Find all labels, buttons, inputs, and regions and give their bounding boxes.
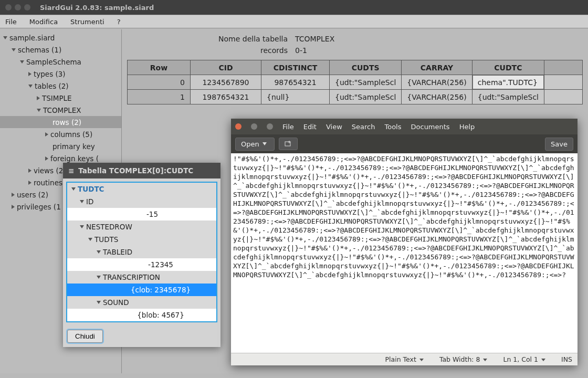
- info-records-label: records: [127, 46, 295, 55]
- close-icon[interactable]: [235, 123, 242, 130]
- menu-tools[interactable]: Strumenti: [70, 18, 104, 26]
- tree-rows[interactable]: rows (2): [0, 116, 121, 128]
- menu-edit[interactable]: Modifica: [29, 18, 58, 26]
- gedit-menu-edit[interactable]: Edit: [303, 123, 317, 131]
- status-position[interactable]: Ln 1, Col 1: [503, 355, 545, 363]
- siard-titlebar[interactable]: SiardGui 2.0.83: sample.siard: [0, 0, 588, 15]
- tree-root[interactable]: sample.siard: [0, 32, 121, 44]
- gedit-menu-documents[interactable]: Documents: [411, 123, 450, 131]
- close-icon[interactable]: [5, 4, 12, 10]
- row-nestedrow[interactable]: NESTEDROW: [67, 220, 216, 233]
- tree-tables[interactable]: tables (2): [0, 80, 121, 92]
- chevron-down-icon[interactable]: [71, 187, 76, 191]
- col-cdistinct[interactable]: CDISTINCT: [261, 60, 330, 75]
- chevron-right-icon[interactable]: [45, 156, 48, 161]
- status-insert[interactable]: INS: [561, 355, 572, 363]
- popup-title-text: Tabella TCOMPLEX[0]:CUDTC: [78, 166, 193, 175]
- tree-schemas[interactable]: schemas (1): [0, 44, 121, 56]
- chevron-down-icon[interactable]: [37, 109, 41, 112]
- cell-cid[interactable]: 1987654321: [191, 90, 261, 104]
- chevron-right-icon[interactable]: [12, 205, 15, 209]
- open-button[interactable]: Open: [235, 138, 275, 151]
- tree-tcomplex[interactable]: TCOMPLEX: [0, 104, 121, 116]
- gedit-menu-view[interactable]: View: [326, 123, 342, 131]
- chevron-right-icon[interactable]: [28, 181, 32, 185]
- menu-file[interactable]: File: [5, 18, 17, 26]
- chevron-down-icon[interactable]: [20, 60, 24, 64]
- col-cudts[interactable]: CUDTS: [330, 60, 402, 75]
- row-sound[interactable]: SOUND: [67, 296, 216, 309]
- chevron-down-icon[interactable]: [97, 250, 101, 254]
- col-row[interactable]: Row: [128, 60, 191, 75]
- row-transcription-value[interactable]: {clob: 2345678}: [67, 284, 216, 296]
- row-id-value[interactable]: -15: [67, 208, 216, 220]
- window-title: SiardGui 2.0.83: sample.siard: [40, 4, 154, 12]
- chevron-down-icon[interactable]: [97, 276, 101, 279]
- cell-cudtc-selected[interactable]: chema".TUDTC}: [472, 75, 544, 90]
- row-tableid[interactable]: TABLEID: [67, 246, 216, 258]
- popup-footer: Chiudi: [63, 326, 220, 347]
- save-button[interactable]: Save: [545, 138, 573, 151]
- gedit-menu-file[interactable]: File: [282, 123, 294, 131]
- tree-types[interactable]: types (3): [0, 68, 121, 80]
- col-spacer: [544, 60, 583, 75]
- menu-help[interactable]: ?: [117, 18, 121, 26]
- chevron-right-icon[interactable]: [12, 193, 15, 197]
- cell-cdistinct[interactable]: {null}: [261, 90, 330, 104]
- status-tabwidth[interactable]: Tab Width: 8: [439, 355, 488, 363]
- row-id[interactable]: ID: [67, 195, 216, 208]
- cell-row[interactable]: 1: [128, 90, 191, 104]
- table-header-row: Row CID CDISTINCT CUDTS CARRAY CUDTC: [128, 60, 583, 75]
- new-tab-button[interactable]: [279, 138, 298, 150]
- col-carray[interactable]: CARRAY: [402, 60, 472, 75]
- close-button[interactable]: Chiudi: [67, 330, 103, 343]
- gedit-menu-tools[interactable]: Tools: [384, 123, 401, 131]
- col-cid[interactable]: CID: [191, 60, 261, 75]
- chevron-down-icon[interactable]: [80, 225, 84, 228]
- minimize-icon[interactable]: [15, 4, 21, 10]
- row-transcription[interactable]: TRANSCRIPTION: [67, 271, 216, 284]
- gedit-menu-search[interactable]: Search: [352, 123, 375, 131]
- chevron-right-icon[interactable]: [37, 96, 40, 100]
- cell-cudtc[interactable]: {udt:"SampleScl: [472, 90, 544, 104]
- chevron-down-icon[interactable]: [12, 48, 16, 51]
- chevron-right-icon[interactable]: [28, 72, 32, 76]
- table-row[interactable]: 0 1234567890 987654321 {udt:"SampleScl {…: [128, 75, 583, 90]
- cell-carray[interactable]: {VARCHAR(256): [402, 75, 472, 90]
- info-name-value: TCOMPLEX: [295, 35, 583, 43]
- chevron-right-icon[interactable]: [28, 169, 32, 173]
- status-language[interactable]: Plain Text: [385, 355, 424, 363]
- tree-schema[interactable]: SampleSchema: [0, 56, 121, 68]
- cell-cdistinct[interactable]: 987654321: [261, 75, 330, 90]
- data-table[interactable]: Row CID CDISTINCT CUDTS CARRAY CUDTC 0 1…: [127, 60, 583, 104]
- minimize-icon[interactable]: [251, 123, 257, 130]
- col-cudtc[interactable]: CUDTC: [472, 60, 544, 75]
- maximize-icon[interactable]: [267, 123, 273, 130]
- chevron-down-icon[interactable]: [80, 200, 84, 203]
- chevron-down-icon[interactable]: [97, 301, 101, 304]
- table-row[interactable]: 1 1987654321 {null} {udt:"SampleScl {VAR…: [128, 90, 583, 104]
- chevron-right-icon[interactable]: [45, 132, 48, 136]
- row-tudtc[interactable]: TUDTC: [67, 183, 216, 195]
- popup-titlebar[interactable]: ≡ Tabella TCOMPLEX[0]:CUDTC: [63, 163, 220, 178]
- row-sound-value[interactable]: {blob: 4567}: [67, 309, 216, 321]
- chevron-down-icon[interactable]: [28, 85, 33, 88]
- row-tudts[interactable]: TUDTS: [67, 233, 216, 246]
- tree-columns[interactable]: columns (5): [0, 128, 121, 140]
- cell-cudts[interactable]: {udt:"SampleScl: [330, 75, 402, 90]
- gedit-menu-help[interactable]: Help: [459, 123, 475, 131]
- cell-cid[interactable]: 1234567890: [191, 75, 261, 90]
- gedit-statusbar: Plain Text Tab Width: 8 Ln 1, Col 1 INS: [231, 353, 578, 365]
- tree-tsimple[interactable]: TSIMPLE: [0, 92, 121, 104]
- cell-cudts[interactable]: {udt:"SampleScl: [330, 90, 402, 104]
- cell-carray[interactable]: {VARCHAR(256): [402, 90, 472, 104]
- gedit-titlebar[interactable]: File Edit View Search Tools Documents He…: [231, 119, 578, 134]
- tree-pk[interactable]: primary key: [0, 140, 121, 152]
- cell-row[interactable]: 0: [128, 75, 191, 90]
- maximize-icon[interactable]: [24, 4, 30, 10]
- chevron-down-icon[interactable]: [3, 36, 7, 39]
- siard-menubar: File Modifica Strumenti ?: [0, 15, 588, 28]
- chevron-down-icon[interactable]: [88, 238, 92, 241]
- text-editor[interactable]: !"#$%&'()*+,-./0123456789:;<=>?@ABCDEFGH…: [231, 153, 578, 353]
- row-tableid-value[interactable]: -12345: [67, 258, 216, 271]
